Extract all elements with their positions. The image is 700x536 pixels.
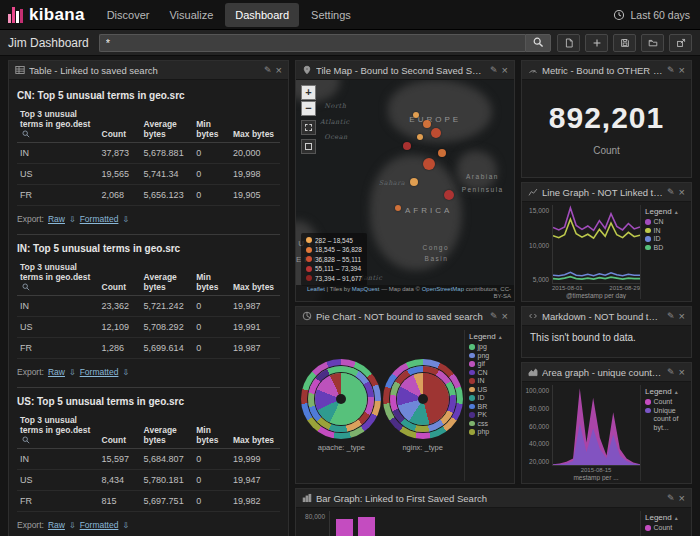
legend-item[interactable]: Unique count of byt... <box>645 407 686 433</box>
legend-collapse-icon[interactable]: ▴ <box>675 514 678 521</box>
legend-item[interactable]: jpg <box>469 343 510 352</box>
legend-item[interactable]: png <box>469 352 510 361</box>
column-header-term[interactable]: Top 3 unusual terms in geo.dest <box>17 260 99 296</box>
magnifier-icon[interactable] <box>22 283 30 291</box>
mapquest-link[interactable]: MapQuest <box>352 286 380 292</box>
nav-item-dashboard[interactable]: Dashboard <box>225 3 299 27</box>
nav-item-discover[interactable]: Discover <box>97 0 160 29</box>
column-header[interactable]: Average bytes <box>141 413 194 449</box>
legend-item[interactable]: Count <box>645 524 686 533</box>
column-header[interactable]: Max bytes <box>230 107 280 143</box>
map-marker[interactable] <box>417 134 423 140</box>
export-formatted-link[interactable]: Formatted <box>80 520 119 530</box>
edit-icon[interactable]: ✎ <box>264 66 272 75</box>
panel-header[interactable]: Markdown - NOT bound to data ✎ × <box>522 307 691 326</box>
panel-header[interactable]: Table - Linked to saved search ✎ × <box>9 61 288 80</box>
column-header[interactable]: Min bytes <box>193 260 230 296</box>
legend-item[interactable]: BR <box>469 403 510 412</box>
legend-item[interactable]: BD <box>645 244 686 253</box>
export-raw-link[interactable]: Raw <box>48 214 65 224</box>
legend-item[interactable]: CN <box>469 369 510 378</box>
edit-icon[interactable]: ✎ <box>667 312 675 321</box>
map-marker[interactable] <box>395 205 401 211</box>
openstreetmap-link[interactable]: OpenStreetMap <box>422 286 464 292</box>
close-icon[interactable]: × <box>679 65 685 76</box>
zoom-out-button[interactable]: − <box>301 101 316 116</box>
map-marker[interactable] <box>413 112 419 118</box>
pie-chart-nginx[interactable] <box>383 359 463 439</box>
edit-icon[interactable]: ✎ <box>667 494 675 503</box>
close-icon[interactable]: × <box>679 311 685 322</box>
close-icon[interactable]: × <box>502 65 508 76</box>
legend-item[interactable]: ID <box>469 394 510 403</box>
legend-collapse-icon[interactable]: ▴ <box>499 333 502 340</box>
time-filter[interactable]: Last 60 days <box>613 9 700 21</box>
bar-chart[interactable] <box>336 513 636 536</box>
export-raw-link[interactable]: Raw <box>48 367 65 377</box>
map-marker[interactable] <box>438 149 446 157</box>
column-header[interactable]: Count <box>99 260 141 296</box>
load-dashboard-button[interactable] <box>641 34 664 52</box>
export-formatted-link[interactable]: Formatted <box>80 214 119 224</box>
new-dashboard-button[interactable] <box>557 34 580 52</box>
column-header-term[interactable]: Top 3 unusual terms in geo.dest <box>17 413 99 449</box>
box-zoom-button[interactable] <box>301 120 316 135</box>
legend-item[interactable]: IN <box>645 227 686 236</box>
panel-header[interactable]: Metric - Bound to OTHER Saved ... ✎ × <box>522 61 691 80</box>
add-visualization-button[interactable] <box>585 34 608 52</box>
map-marker[interactable] <box>410 178 418 186</box>
magnifier-icon[interactable] <box>22 436 30 444</box>
edit-icon[interactable]: ✎ <box>490 312 498 321</box>
export-raw-link[interactable]: Raw <box>48 520 65 530</box>
column-header[interactable]: Average bytes <box>141 107 194 143</box>
map-marker[interactable] <box>403 142 411 150</box>
legend-collapse-icon[interactable]: ▴ <box>675 208 678 215</box>
column-header[interactable]: Average bytes <box>141 260 194 296</box>
pie-chart-apache[interactable] <box>301 359 381 439</box>
nav-item-visualize[interactable]: Visualize <box>159 0 223 29</box>
column-header[interactable]: Count <box>99 107 141 143</box>
export-formatted-link[interactable]: Formatted <box>80 367 119 377</box>
search-button[interactable] <box>525 34 551 52</box>
column-header[interactable]: Max bytes <box>230 260 280 296</box>
legend-item[interactable]: PK <box>469 411 510 420</box>
nav-item-settings[interactable]: Settings <box>301 0 361 29</box>
area-chart[interactable] <box>552 385 640 466</box>
column-header[interactable]: Min bytes <box>193 107 230 143</box>
legend-item[interactable]: US <box>469 386 510 395</box>
close-icon[interactable]: × <box>679 367 685 378</box>
legend-item[interactable]: css <box>469 420 510 429</box>
kibana-brand[interactable]: kibana <box>0 0 97 29</box>
leaflet-link[interactable]: Leaflet <box>307 286 325 292</box>
save-dashboard-button[interactable] <box>613 34 636 52</box>
legend-item[interactable]: IN <box>469 377 510 386</box>
edit-icon[interactable]: ✎ <box>667 188 675 197</box>
fit-bounds-button[interactable] <box>301 139 316 154</box>
map-marker[interactable] <box>444 190 454 200</box>
close-icon[interactable]: × <box>276 65 282 76</box>
magnifier-icon[interactable] <box>22 130 30 138</box>
panel-header[interactable]: Area graph - unique count of byt... ✎ × <box>522 363 691 382</box>
column-header[interactable]: Max bytes <box>230 413 280 449</box>
close-icon[interactable]: × <box>679 493 685 504</box>
legend-item[interactable]: Count <box>645 398 686 407</box>
share-dashboard-button[interactable] <box>669 34 692 52</box>
column-header[interactable]: Min bytes <box>193 413 230 449</box>
panel-header[interactable]: Bar Graph: Linked to First Saved Search … <box>296 489 691 508</box>
column-header[interactable]: Count <box>99 413 141 449</box>
panel-header[interactable]: Line Graph - NOT Linked to save... ✎ × <box>522 183 691 202</box>
map-marker[interactable] <box>423 120 431 128</box>
close-icon[interactable]: × <box>679 187 685 198</box>
panel-header[interactable]: Pie Chart - NOT bound to saved search ✎ … <box>296 307 514 326</box>
map-marker[interactable] <box>431 128 441 138</box>
close-icon[interactable]: × <box>502 311 508 322</box>
legend-item[interactable]: CN <box>645 218 686 227</box>
query-input[interactable] <box>99 34 525 52</box>
edit-icon[interactable]: ✎ <box>667 66 675 75</box>
column-header-term[interactable]: Top 3 unusual terms in geo.dest <box>17 107 99 143</box>
line-chart[interactable] <box>552 205 640 284</box>
panel-header[interactable]: Tile Map - Bound to Second Saved Search … <box>296 61 514 80</box>
legend-item[interactable]: php <box>469 428 510 437</box>
edit-icon[interactable]: ✎ <box>490 66 498 75</box>
legend-item[interactable]: ID <box>645 235 686 244</box>
